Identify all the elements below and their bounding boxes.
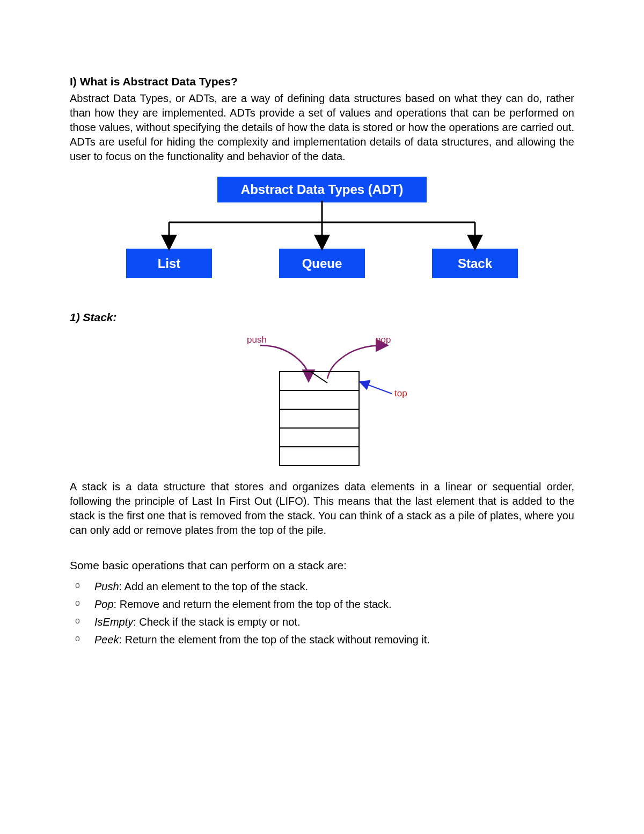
op-desc: : Remove and return the element from the…: [114, 598, 392, 610]
list-item: IsEmpty: Check if the stack is empty or …: [70, 616, 574, 628]
section-paragraph: Abstract Data Types, or ADTs, are a way …: [70, 91, 574, 164]
stack-cell: [279, 390, 360, 410]
list-item: Peek: Return the element from the top of…: [70, 634, 574, 646]
stack-diagram: push pop top: [225, 329, 419, 469]
push-label: push: [247, 335, 267, 345]
op-name: Peek: [94, 634, 119, 646]
stack-cell: [279, 446, 360, 466]
op-desc: : Return the element from the top of the…: [119, 634, 430, 646]
list-item: Push: Add an element to the top of the s…: [70, 581, 574, 593]
svg-line-0: [363, 383, 392, 394]
adt-hierarchy-diagram: Abstract Data Types (ADT) List Queue Sta…: [126, 177, 518, 284]
stack-cells: [279, 372, 360, 466]
op-name: Push: [94, 581, 119, 592]
stack-ops-list: Push: Add an element to the top of the s…: [70, 581, 574, 646]
op-name: IsEmpty: [94, 616, 133, 628]
pop-label: pop: [376, 335, 391, 345]
op-desc: : Check if the stack is empty or not.: [133, 616, 300, 628]
section-heading: I) What is Abstract Data Types?: [70, 75, 574, 88]
stack-heading: 1) Stack:: [70, 311, 574, 324]
stack-paragraph: A stack is a data structure that stores …: [70, 480, 574, 538]
op-desc: : Add an element to the top of the stack…: [119, 581, 308, 592]
stack-cell: [279, 409, 360, 429]
adt-root-box: Abstract Data Types (ADT): [217, 177, 427, 202]
op-name: Pop: [94, 598, 114, 610]
stack-cell: [279, 371, 360, 391]
stack-ops-intro: Some basic operations that can perform o…: [70, 559, 574, 572]
list-item: Pop: Remove and return the element from …: [70, 598, 574, 611]
adt-connector-icon: [126, 201, 518, 255]
document-page: I) What is Abstract Data Types? Abstract…: [0, 0, 644, 834]
top-label: top: [394, 388, 407, 399]
stack-cell: [279, 427, 360, 447]
